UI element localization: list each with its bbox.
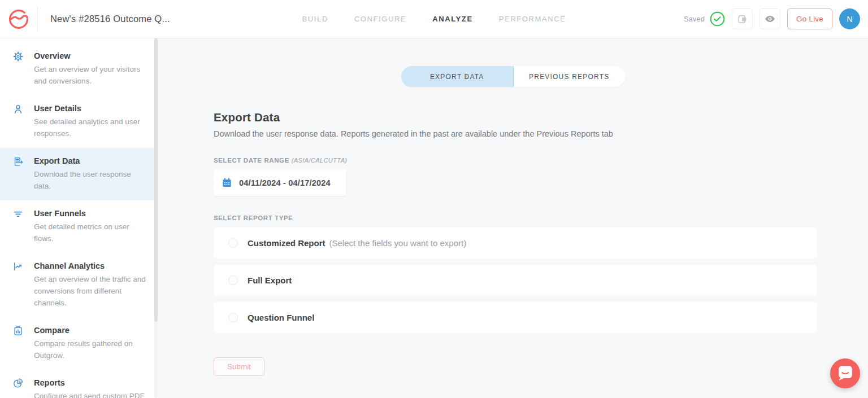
duplicate-icon [737, 14, 748, 25]
date-range-label: SELECT DATE RANGE (ASIA/CALCUTTA) [214, 157, 817, 164]
sidebar-item-description: See detailed analytics and user response… [34, 116, 148, 139]
nav-tab-configure[interactable]: CONFIGURE [354, 15, 406, 23]
sidebar-item-description: Get an overview of the traffic and conve… [34, 273, 148, 309]
duplicate-button[interactable] [732, 8, 753, 29]
sidebar-item-description: Get detailed metrics on user flows. [34, 221, 148, 244]
funnel-icon [12, 208, 34, 244]
option-hint: (Select the fields you want to export) [329, 238, 467, 248]
sidebar-item-compare[interactable]: Compare Compare results gathered on Outg… [0, 317, 154, 370]
submit-button[interactable]: Submit [214, 357, 264, 376]
date-range-picker[interactable]: 04/11/2024 - 04/17/2024 [214, 169, 346, 196]
nav-tab-analyze[interactable]: ANALYZE [432, 15, 472, 23]
sidebar-scrollbar-thumb[interactable] [154, 38, 158, 322]
saved-check-icon [710, 11, 725, 27]
outgrow-logo[interactable] [0, 8, 37, 30]
header-divider [37, 7, 38, 32]
sidebar: Overview Get an overview of your visitor… [0, 38, 158, 398]
sidebar-item-label: Reports [34, 377, 148, 388]
sidebar-item-export-data[interactable]: Export Data Download the user response d… [0, 148, 154, 200]
chat-launcher-button[interactable] [830, 358, 860, 388]
sidebar-item-overview[interactable]: Overview Get an overview of your visitor… [0, 43, 154, 95]
option-full-export[interactable]: Full Export [214, 265, 817, 296]
nav-tab-performance[interactable]: PERFORMANCE [499, 15, 566, 23]
avatar[interactable]: N [839, 8, 860, 29]
sidebar-item-description: Get an overview of your visitors and con… [34, 63, 148, 87]
option-label: Full Export [248, 275, 292, 285]
main-panel: EXPORT DATA PREVIOUS REPORTS Export Data… [158, 38, 868, 398]
compare-clipboard-icon [12, 325, 34, 361]
sidebar-item-label: User Funnels [34, 208, 148, 219]
saved-status-label: Saved [684, 15, 705, 23]
gear-icon [12, 50, 34, 87]
eye-icon [764, 13, 776, 25]
sidebar-item-label: User Details [34, 103, 148, 114]
sidebar-item-user-funnels[interactable]: User Funnels Get detailed metrics on use… [0, 200, 154, 253]
sidebar-item-user-details[interactable]: User Details See detailed analytics and … [0, 95, 154, 148]
top-nav: BUILD CONFIGURE ANALYZE PERFORMANCE [302, 15, 566, 23]
report-type-label: SELECT REPORT TYPE [214, 215, 817, 221]
option-question-funnel[interactable]: Question Funnel [214, 302, 817, 333]
saved-status: Saved [684, 11, 725, 27]
sidebar-item-description: Configure and send custom PDF reports. [34, 390, 148, 398]
page-subtitle: Download the user response data. Reports… [214, 129, 817, 138]
radio-customized-report[interactable] [228, 238, 238, 248]
analyze-tab-pill: EXPORT DATA PREVIOUS REPORTS [401, 66, 625, 87]
option-label: Question Funnel [248, 313, 314, 322]
document-title[interactable]: New's #28516 Outcome Q... [50, 14, 170, 24]
radio-question-funnel[interactable] [228, 313, 238, 322]
sidebar-item-label: Overview [34, 50, 148, 62]
timezone-label: (ASIA/CALCUTTA) [292, 157, 348, 164]
calendar-icon [222, 177, 232, 188]
sidebar-item-description: Download the user response data. [34, 168, 148, 192]
sidebar-item-reports[interactable]: Reports Configure and send custom PDF re… [0, 370, 154, 398]
nav-tab-build[interactable]: BUILD [302, 15, 328, 23]
document-export-icon [12, 155, 34, 192]
report-type-options: Customized Report (Select the fields you… [214, 228, 817, 333]
sidebar-item-label: Compare [34, 325, 148, 336]
option-customized-report[interactable]: Customized Report (Select the fields you… [214, 228, 817, 259]
line-chart-icon [12, 260, 34, 309]
go-live-button[interactable]: Go Live [787, 8, 832, 29]
sidebar-item-label: Channel Analytics [34, 260, 148, 272]
pie-chart-icon [12, 377, 34, 398]
page-title: Export Data [214, 111, 817, 124]
user-icon [12, 103, 34, 139]
sidebar-item-label: Export Data [34, 155, 148, 167]
tab-export-data[interactable]: EXPORT DATA [401, 66, 514, 87]
tab-previous-reports[interactable]: PREVIOUS REPORTS [514, 66, 626, 87]
sidebar-items: Overview Get an overview of your visitor… [0, 38, 154, 398]
preview-button[interactable] [760, 8, 780, 29]
sidebar-item-description: Compare results gathered on Outgrow. [34, 338, 148, 361]
option-label: Customized Report [248, 238, 326, 248]
date-range-value: 04/11/2024 - 04/17/2024 [239, 178, 331, 187]
app-window: New's #28516 Outcome Q... BUILD CONFIGUR… [0, 0, 868, 398]
top-header: New's #28516 Outcome Q... BUILD CONFIGUR… [0, 0, 868, 38]
radio-full-export[interactable] [228, 275, 238, 285]
outgrow-logo-icon [7, 8, 30, 30]
export-data-section: Export Data Download the user response d… [158, 87, 868, 376]
chat-bubble-icon [830, 358, 860, 388]
sidebar-item-channel-analytics[interactable]: Channel Analytics Get an overview of the… [0, 253, 154, 317]
header-actions: Saved Go Live N [684, 8, 860, 29]
